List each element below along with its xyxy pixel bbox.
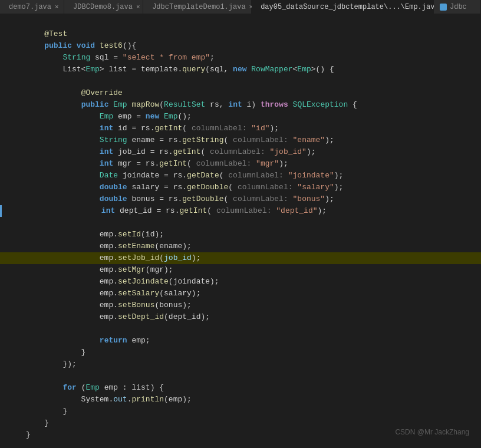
code-line: int dept_id = rs.getInt( columnLabel: "d…: [0, 205, 481, 217]
line-number: [0, 276, 24, 288]
line-number: [0, 382, 24, 394]
line-text: emp.setMgr(mgr);: [24, 264, 481, 276]
line-text: public Emp mapRow(ResultSet rs, int i) t…: [24, 99, 481, 111]
code-content: @Test public void test6(){ String sql = …: [0, 14, 481, 443]
line-number: [0, 134, 24, 146]
tab-jdbc2[interactable]: Jdbc: [434, 0, 481, 14]
line-text: int job_id = rs.getInt( columnLabel: "jo…: [24, 146, 481, 158]
line-number: [0, 170, 24, 182]
line-text: String sql = "select * from emp";: [24, 52, 481, 64]
tab-jdbcdemo8[interactable]: JDBCDemo8.java ×: [64, 0, 143, 14]
line-text: int dept_id = rs.getInt( columnLabel: "d…: [25, 205, 481, 217]
line-number: [0, 358, 24, 370]
line-text: for (Emp emp : list) {: [24, 382, 481, 394]
code-line: int job_id = rs.getInt( columnLabel: "jo…: [0, 146, 481, 158]
line-number: [0, 75, 24, 87]
code-line: System.out.println(emp);: [0, 394, 481, 406]
code-line: [0, 217, 481, 229]
line-number: [0, 64, 24, 75]
line-number: [0, 146, 24, 158]
code-line: emp.setId(id);: [0, 229, 481, 241]
line-text: Date joindate = rs.getDate( columnLabel:…: [24, 170, 481, 182]
tab-emp[interactable]: day05_dataSource_jdbctemplate\...\Emp.ja…: [252, 0, 434, 14]
code-line: emp.setMgr(mgr);: [0, 264, 481, 276]
line-number: [0, 40, 24, 52]
line-number: [2, 205, 25, 217]
line-text: [24, 323, 481, 335]
line-text: emp.setJoindate(joindate);: [24, 276, 481, 288]
tab-label: demo7.java: [9, 3, 51, 11]
line-number: [0, 417, 24, 429]
line-text: int id = rs.getInt( columnLabel: "id");: [24, 123, 481, 134]
code-line: emp.setEname(ename);: [0, 241, 481, 252]
code-line: String ename = rs.getString( columnLabel…: [0, 134, 481, 146]
line-text: [24, 370, 481, 382]
close-icon[interactable]: ×: [55, 4, 59, 11]
line-text: emp.setSalary(salary);: [24, 288, 481, 299]
file-icon: [440, 4, 447, 11]
code-line: Emp emp = new Emp();: [0, 111, 481, 123]
line-number: [0, 429, 24, 441]
tab-demo7[interactable]: demo7.java ×: [0, 0, 64, 14]
code-line: [0, 75, 481, 87]
line-number: [0, 252, 24, 264]
line-number: [0, 288, 24, 299]
line-text: String ename = rs.getString( columnLabel…: [24, 134, 481, 146]
line-text: int mgr = rs.getInt( columnLabel: "mgr")…: [24, 158, 481, 170]
code-line: [0, 323, 481, 335]
code-line: }: [0, 406, 481, 417]
line-text: emp.setEname(ename);: [24, 241, 481, 252]
code-line: emp.setSalary(salary);: [0, 288, 481, 299]
tab-bar: demo7.java × JDBCDemo8.java × JdbcTempla…: [0, 0, 481, 14]
line-text: [24, 217, 481, 229]
code-line: int id = rs.getInt( columnLabel: "id");: [0, 123, 481, 134]
line-text: double bonus = rs.getDouble( columnLabel…: [24, 193, 481, 205]
watermark: CSDN @Mr JackZhang: [395, 428, 469, 436]
line-number: [0, 299, 24, 311]
line-number: [0, 87, 24, 99]
tab-label: JdbcTemplateDemo1.java: [152, 3, 245, 11]
line-text: });: [24, 358, 481, 370]
line-number: [0, 17, 24, 28]
tab-label: JDBCDemo8.java: [73, 3, 133, 11]
code-line: public Emp mapRow(ResultSet rs, int i) t…: [0, 99, 481, 111]
line-text: emp.setJob_id(job_id);: [24, 252, 481, 264]
close-icon[interactable]: ×: [136, 4, 140, 11]
line-text: }: [24, 417, 481, 429]
line-number: [0, 394, 24, 406]
code-line: for (Emp emp : list) {: [0, 382, 481, 394]
code-line: });: [0, 358, 481, 370]
line-number: [0, 335, 24, 347]
code-line: List<Emp> list = template.query(sql, new…: [0, 64, 481, 75]
line-number: [0, 370, 24, 382]
line-number: [0, 182, 24, 193]
line-text: [24, 17, 481, 28]
line-text: Emp emp = new Emp();: [24, 111, 481, 123]
code-line: String sql = "select * from emp";: [0, 52, 481, 64]
line-text: }: [24, 406, 481, 417]
line-number: [0, 264, 24, 276]
line-text: }: [24, 347, 481, 358]
code-line: return emp;: [0, 335, 481, 347]
line-number: [0, 311, 24, 323]
code-editor: @Test public void test6(){ String sql = …: [0, 14, 481, 448]
code-line: public void test6(){: [0, 40, 481, 52]
line-text: System.out.println(emp);: [24, 394, 481, 406]
code-line: }: [0, 417, 481, 429]
code-line: }: [0, 347, 481, 358]
code-line: int mgr = rs.getInt( columnLabel: "mgr")…: [0, 158, 481, 170]
code-line: emp.setJoindate(joindate);: [0, 276, 481, 288]
line-text: emp.setDept_id(dept_id);: [24, 311, 481, 323]
line-number: [0, 111, 24, 123]
line-number: [0, 123, 24, 134]
tab-label: day05_dataSource_jdbctemplate\...\Emp.ja…: [261, 3, 439, 11]
code-line: emp.setBonus(bonus);: [0, 299, 481, 311]
tab-jdbctemplate1[interactable]: JdbcTemplateDemo1.java ×: [143, 0, 252, 14]
line-number: [0, 28, 24, 40]
line-number: [0, 323, 24, 335]
line-text: List<Emp> list = template.query(sql, new…: [24, 64, 481, 75]
line-text: emp.setId(id);: [24, 229, 481, 241]
line-text: public void test6(){: [24, 40, 481, 52]
code-line: @Test: [0, 28, 481, 40]
line-text: @Test: [24, 28, 481, 40]
